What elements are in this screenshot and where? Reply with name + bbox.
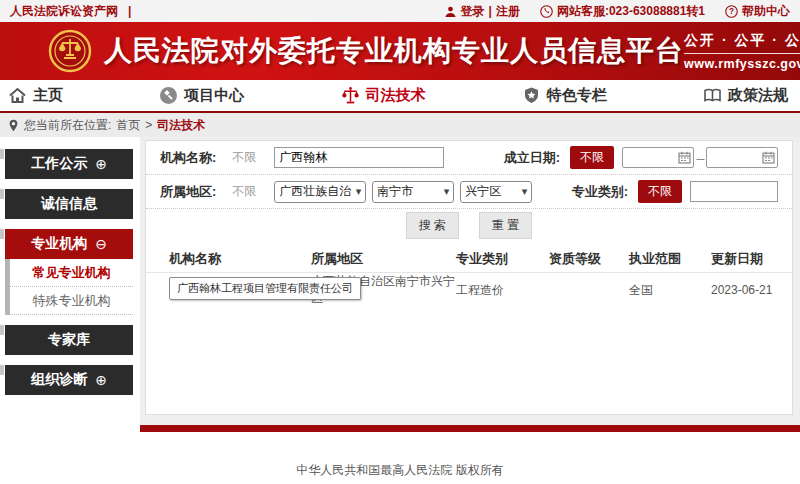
reset-button[interactable]: 重 置 (479, 212, 532, 239)
home-icon (8, 86, 27, 105)
founded-date-label: 成立日期: (504, 149, 560, 167)
col-header-category: 专业类别 (456, 250, 549, 268)
location-pin-icon (8, 119, 19, 132)
expand-icon: ⊕ (95, 373, 107, 387)
top-utility-bar: 人民法院诉讼资产网 | 登录 | 注册 网站客服:023-63088881转1 (0, 0, 800, 22)
page: 人民法院诉讼资产网 | 登录 | 注册 网站客服:023-63088881转1 (0, 0, 800, 484)
sidebar-item-label: 工作公示 (31, 155, 87, 173)
expand-icon: ⊕ (95, 157, 107, 171)
org-name-label: 机构名称: (160, 149, 216, 167)
svg-text:?: ? (729, 6, 734, 16)
login-group[interactable]: 登录 | 注册 (444, 3, 520, 20)
date-range-separator: --- (696, 152, 704, 164)
search-button[interactable]: 搜 索 (406, 212, 459, 239)
help-group[interactable]: ? 帮助中心 (725, 3, 790, 20)
user-icon (444, 5, 457, 18)
sidebar-item-label: 诚信信息 (41, 195, 97, 213)
gavel-circle-icon (159, 86, 178, 105)
site-banner: 人民法院对外委托专业机构专业人员信息平台 公开 · 公平 · 公正 www.rm… (0, 22, 800, 80)
founded-date-start-box (622, 147, 694, 168)
org-name-unlimited-option[interactable]: 不限 (232, 149, 256, 166)
site-url: www.rmfysszc.gov.cn (684, 54, 800, 71)
breadcrumb-home-link[interactable]: 首页 (116, 117, 140, 134)
breadcrumb: 您当前所在位置: 首页 > 司法技术 (0, 113, 800, 137)
nav-label: 项目中心 (184, 86, 244, 105)
question-icon: ? (725, 5, 738, 18)
topbar-separator: | (128, 4, 131, 18)
cell-updated: 2023-06-21 (711, 283, 782, 297)
collapse-icon: ⊖ (95, 237, 107, 251)
nav-label: 司法技术 (366, 86, 426, 105)
login-link[interactable]: 登录 (461, 3, 485, 20)
category-label: 专业类别: (572, 183, 628, 201)
province-select[interactable]: 广西壮族自治 (274, 181, 366, 203)
submenu-item-common-orgs[interactable]: 常见专业机构 (10, 259, 133, 287)
main-nav: 主页 项目中心 司法技术 特色专栏 政策法规 (0, 80, 800, 113)
book-icon (703, 86, 722, 105)
form-row-region-category: 所属地区: 不限 广西壮族自治 南宁市 兴宁区 专业类别: 不限 (146, 175, 792, 209)
court-emblem-logo (48, 29, 92, 73)
nav-item-home[interactable]: 主页 (8, 86, 63, 105)
nav-label: 主页 (33, 86, 63, 105)
help-center-link[interactable]: 帮助中心 (742, 3, 790, 20)
main-region: 工作公示 ⊕ 诚信信息 专业机构 ⊖ 常见专业机构 特殊专业机构 专家库 (0, 137, 800, 432)
category-input[interactable] (690, 181, 778, 202)
page-footer: 中华人民共和国最高人民法院 版权所有 (0, 432, 800, 484)
scales-icon (341, 86, 360, 105)
professional-orgs-submenu: 常见专业机构 特殊专业机构 (5, 259, 133, 315)
col-header-updated: 更新日期 (711, 250, 782, 268)
city-select-value: 南宁市 (377, 183, 413, 200)
breadcrumb-current: 司法技术 (157, 117, 205, 134)
slogan-text: 公开 · 公平 · 公正 (684, 32, 800, 54)
hotline-group: 网站客服:023-63088881转1 (540, 3, 705, 20)
sidebar-item-label: 专家库 (48, 331, 90, 349)
col-header-grade: 资质等级 (549, 250, 629, 268)
org-name-input[interactable] (274, 147, 444, 168)
city-select[interactable]: 南宁市 (372, 181, 454, 203)
sidebar: 工作公示 ⊕ 诚信信息 专业机构 ⊖ 常见专业机构 特殊专业机构 专家库 (0, 137, 140, 432)
sidebar-item-expert-pool[interactable]: 专家库 (5, 325, 133, 355)
site-title: 人民法院对外委托专业机构专业人员信息平台 (104, 32, 684, 70)
founded-date-unlimited-button[interactable]: 不限 (570, 146, 614, 169)
sidebar-item-work-publicity[interactable]: 工作公示 ⊕ (5, 149, 133, 179)
sidebar-item-label: 组织诊断 (31, 371, 87, 389)
login-register-divider: | (489, 4, 492, 18)
sister-site-link[interactable]: 人民法院诉讼资产网 (10, 3, 118, 20)
copyright-text: 中华人民共和国最高人民法院 版权所有 (296, 463, 503, 477)
founded-date-end-box (706, 147, 778, 168)
nav-item-policies[interactable]: 政策法规 (703, 86, 788, 105)
province-select-value: 广西壮族自治 (279, 183, 351, 200)
nav-item-featured[interactable]: 特色专栏 (522, 86, 607, 105)
col-header-region: 所属地区 (311, 250, 456, 268)
sidebar-item-org-diagnosis[interactable]: 组织诊断 ⊕ (5, 365, 133, 395)
sidebar-item-label: 专业机构 (31, 235, 87, 253)
form-row-name-date: 机构名称: 不限 成立日期: 不限 --- (146, 141, 792, 175)
region-unlimited-option[interactable]: 不限 (232, 183, 256, 200)
hotline-text: 网站客服:023-63088881转1 (557, 3, 705, 20)
calendar-icon[interactable] (678, 151, 691, 164)
col-header-org-name: 机构名称 (169, 250, 311, 268)
calendar-icon[interactable] (762, 151, 775, 164)
region-label: 所属地区: (160, 183, 216, 201)
sidebar-item-integrity-info[interactable]: 诚信信息 (5, 189, 133, 219)
content-column: 机构名称: 不限 成立日期: 不限 --- (140, 137, 800, 432)
form-buttons-row: 搜 索 重 置 (146, 209, 792, 241)
breadcrumb-prefix: 您当前所在位置: (24, 117, 111, 134)
cell-scope: 全国 (629, 282, 711, 299)
category-unlimited-button[interactable]: 不限 (638, 180, 682, 203)
submenu-item-special-orgs[interactable]: 特殊专业机构 (10, 287, 133, 315)
phone-icon (540, 5, 553, 18)
register-link[interactable]: 注册 (496, 3, 520, 20)
breadcrumb-separator: > (145, 118, 152, 132)
col-header-scope: 执业范围 (629, 250, 711, 268)
nav-label: 政策法规 (728, 86, 788, 105)
nav-item-project-center[interactable]: 项目中心 (159, 86, 244, 105)
nav-label: 特色专栏 (547, 86, 607, 105)
district-select[interactable]: 兴宁区 (460, 181, 532, 203)
search-panel: 机构名称: 不限 成立日期: 不限 --- (145, 140, 793, 415)
district-select-value: 兴宁区 (465, 183, 501, 200)
sidebar-item-professional-orgs[interactable]: 专业机构 ⊖ (5, 229, 133, 259)
results-table-header: 机构名称 所属地区 专业类别 资质等级 执业范围 更新日期 (146, 245, 792, 273)
submenu-item-label: 常见专业机构 (33, 264, 111, 282)
nav-item-judicial-tech[interactable]: 司法技术 (341, 86, 426, 105)
